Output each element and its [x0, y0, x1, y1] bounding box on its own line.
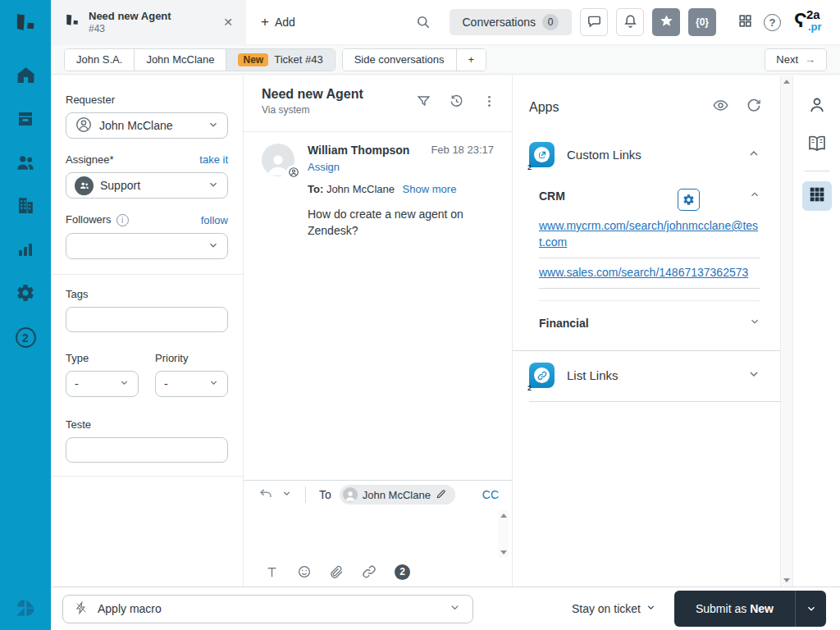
app-settings-button[interactable] — [678, 189, 700, 211]
link-row[interactable]: www.mycrm.com/search/johnmcclane@test.co… — [539, 212, 760, 258]
refresh-icon[interactable] — [746, 97, 762, 117]
rail-customer-button[interactable] — [802, 92, 832, 121]
footer-bar: Apply macro Stay on ticket Submit as New — [51, 587, 840, 630]
cc-link[interactable]: CC — [482, 488, 499, 501]
chat-button[interactable] — [580, 8, 608, 36]
eye-icon[interactable] — [712, 97, 729, 117]
user-tabs-group: John S.A. John McClane New Ticket #43 — [64, 48, 336, 71]
notifications-button[interactable] — [616, 8, 644, 36]
sidebar-item-customers[interactable] — [0, 142, 51, 185]
requester-select[interactable]: John McClane — [66, 112, 228, 139]
assign-link[interactable]: Assign — [308, 161, 494, 173]
ticket-fields-panel: Requester John McClane Assignee* take it… — [51, 75, 244, 587]
scroll-down-icon[interactable] — [783, 578, 790, 582]
help-button[interactable]: ? — [764, 14, 781, 31]
conversations-button[interactable]: Conversations 0 — [450, 9, 573, 35]
composer-textarea[interactable] — [244, 509, 512, 558]
tab-ticket-43[interactable]: New Ticket #43 — [226, 49, 334, 71]
scroll-down-icon[interactable] — [500, 550, 507, 555]
show-more-link[interactable]: Show more — [403, 183, 457, 195]
user-avatar[interactable]: Ɂ 2a .pr — [792, 6, 829, 39]
search-icon[interactable] — [415, 14, 431, 30]
emoji-icon[interactable] — [297, 564, 312, 579]
sidebar-item-organizations[interactable] — [0, 185, 51, 229]
chat-bubble-icon — [587, 13, 602, 32]
zendesk-logo-icon — [13, 11, 38, 39]
avatar-mark: Ɂ — [794, 9, 806, 32]
filter-icon[interactable] — [416, 94, 431, 131]
main-scrollbar[interactable] — [780, 75, 793, 587]
chevron-up-icon[interactable] — [749, 189, 760, 203]
reply-channel-icon[interactable] — [258, 486, 273, 504]
list-links-app-icon: 2 — [529, 363, 555, 388]
product-switcher-button[interactable] — [734, 11, 756, 33]
attachment-icon[interactable] — [330, 565, 344, 579]
composer-scrollbar[interactable] — [498, 510, 509, 558]
star-icon — [659, 13, 674, 31]
braces-icon: {0} — [696, 16, 709, 28]
add-label: Add — [275, 16, 295, 29]
tags-input[interactable] — [66, 307, 228, 332]
channel-chevron-icon[interactable] — [281, 487, 292, 502]
submit-as-new-button[interactable]: Submit as New — [674, 591, 795, 627]
chevron-down-icon[interactable] — [749, 316, 760, 331]
apply-macro-select[interactable]: Apply macro — [62, 595, 473, 623]
plus-icon: + — [261, 14, 269, 30]
message-timestamp: Feb 18 23:17 — [431, 144, 494, 157]
favorites-button[interactable] — [652, 8, 680, 36]
open-ticket-tab[interactable]: Need new Agent #43 ✕ — [51, 0, 246, 45]
placeholders-button[interactable]: {0} — [688, 8, 716, 36]
crm-links-list: www.mycrm.com/search/johnmcclane@test.co… — [539, 212, 760, 289]
link-icon[interactable] — [362, 564, 377, 579]
tab-john-sa[interactable]: John S.A. — [65, 49, 135, 71]
scroll-up-icon[interactable] — [500, 514, 507, 518]
kebab-menu-icon[interactable] — [482, 94, 497, 131]
message-author[interactable]: William Thompson — [308, 144, 409, 157]
follow-link[interactable]: follow — [201, 214, 228, 226]
followers-select[interactable] — [66, 233, 228, 259]
stay-on-ticket-select[interactable]: Stay on ticket — [572, 602, 656, 615]
crm-group-header[interactable]: CRM — [539, 189, 760, 203]
assignee-select[interactable]: Support — [66, 172, 228, 199]
sidebar-item-admin[interactable] — [0, 272, 51, 316]
crm-link[interactable]: www.mycrm.com/search/johnmcclane@test.co… — [539, 219, 758, 249]
add-tab-button[interactable]: + Add — [261, 14, 295, 30]
list-links-app-header[interactable]: 2 List Links — [529, 351, 780, 402]
sales-link[interactable]: www.sales.com/search/14867137362573 — [539, 266, 748, 279]
take-it-link[interactable]: take it — [199, 153, 228, 166]
tab-side-conversations[interactable]: Side conversations — [343, 49, 457, 71]
link-row[interactable]: www.sales.com/search/14867137362573 — [539, 258, 760, 289]
sidebar-item-app-shortcut[interactable]: 2 — [0, 316, 51, 359]
context-rail — [793, 75, 840, 587]
rail-knowledge-button[interactable] — [802, 130, 832, 159]
custom-links-app-header[interactable]: 2 Custom Links — [529, 142, 769, 167]
custom-links-label: Custom Links — [567, 148, 641, 162]
teste-input[interactable] — [66, 437, 228, 463]
rail-apps-button[interactable] — [802, 181, 832, 211]
text-format-icon[interactable] — [265, 565, 279, 579]
history-icon[interactable] — [449, 94, 464, 131]
recipient-avatar — [343, 487, 358, 502]
priority-select[interactable]: - — [155, 371, 228, 397]
divider — [51, 274, 243, 275]
type-select[interactable]: - — [66, 371, 139, 397]
submit-status: New — [750, 602, 774, 615]
submit-options-caret[interactable] — [795, 591, 826, 627]
type-label: Type — [66, 352, 89, 364]
sidebar-item-home[interactable] — [0, 55, 51, 98]
ticket-tab-strip: John S.A. John McClane New Ticket #43 Si… — [51, 45, 840, 75]
scroll-up-icon[interactable] — [783, 80, 790, 84]
financial-group-header[interactable]: Financial — [539, 316, 760, 331]
sidebar-item-reporting[interactable] — [0, 229, 51, 272]
tab-add-side-conversation[interactable]: + — [457, 49, 486, 71]
conversations-label: Conversations — [463, 16, 536, 29]
sidebar-item-views[interactable] — [0, 98, 51, 142]
chevron-up-icon[interactable] — [747, 147, 760, 163]
tab-john-mcclane[interactable]: John McClane — [135, 49, 226, 71]
app-2-toolbar-icon[interactable]: 2 — [395, 564, 410, 580]
close-tab-icon[interactable]: ✕ — [220, 14, 236, 30]
group-avatar — [75, 176, 94, 195]
recipient-pill[interactable]: John McClane — [340, 485, 455, 504]
chevron-down-icon[interactable] — [747, 368, 760, 384]
next-ticket-button[interactable]: Next → — [765, 48, 827, 71]
